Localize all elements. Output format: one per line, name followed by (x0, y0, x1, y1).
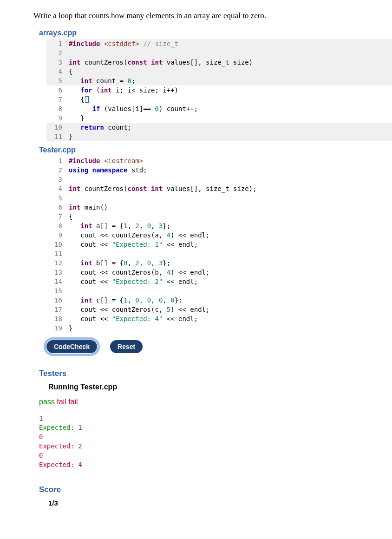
code-line[interactable]: 8 if (values[i]== 0) count++; (46, 104, 392, 113)
filename-arrays: arrays.cpp (39, 29, 392, 37)
line-number: 12 (46, 258, 69, 268)
console-line: Expected: 4 (39, 460, 392, 469)
line-number: 3 (46, 175, 69, 184)
code-text: cout << "Expected: 1" << endl; (69, 240, 392, 249)
console-line: 1 (39, 414, 392, 423)
console-line: 0 (39, 432, 392, 441)
code-line: 18 cout << "Expected: 4" << endl; (46, 314, 392, 323)
line-number: 6 (46, 203, 69, 212)
code-line: 7{ (46, 212, 392, 221)
code-text: #include <iostream> (69, 156, 392, 165)
code-line: 1#include <iostream> (46, 156, 392, 165)
code-line[interactable]: 1#include <cstddef> // size_t (46, 39, 392, 48)
line-number: 8 (46, 104, 69, 113)
test-output: 1Expected: 10Expected: 20Expected: 4 (39, 414, 392, 469)
code-line[interactable]: 4{ (46, 67, 392, 76)
code-line: 15 (46, 286, 392, 296)
code-line[interactable]: 6 for (int i; i< size; i++) (46, 85, 392, 95)
line-number: 4 (46, 67, 69, 76)
code-line[interactable]: 5 int count = 0; (46, 76, 392, 85)
code-text (69, 249, 392, 258)
line-number: 2 (46, 48, 69, 58)
code-text: cout << countZeros(a, 4) << endl; (69, 230, 392, 240)
code-line: 9 cout << countZeros(a, 4) << endl; (46, 230, 392, 240)
line-number: 19 (46, 323, 69, 333)
code-line[interactable]: 3int countZeros(const int values[], size… (46, 58, 392, 67)
code-text: int countZeros(const int values[], size_… (69, 184, 392, 193)
line-number: 5 (46, 193, 69, 203)
code-line[interactable]: 9 } (46, 113, 392, 123)
code-line[interactable]: 7 { (46, 95, 392, 104)
testers-heading: Testers (39, 369, 392, 378)
code-text: } (69, 323, 392, 333)
code-text: #include <cstddef> // size_t (69, 39, 392, 48)
code-line: 3 (46, 175, 392, 184)
test-summary: pass fail fail (39, 398, 392, 406)
line-number: 7 (46, 212, 69, 221)
test-result-badge: fail (57, 398, 66, 406)
line-number: 4 (46, 184, 69, 193)
code-line: 5 (46, 193, 392, 203)
code-text: } (69, 113, 392, 123)
line-number: 8 (46, 221, 69, 230)
line-number: 11 (46, 249, 69, 258)
code-text: int count = 0; (69, 76, 392, 85)
score-heading: Score (39, 485, 392, 494)
code-line[interactable]: 10 return count; (46, 123, 392, 132)
code-text: cout << countZeros(c, 5) << endl; (69, 305, 392, 314)
codecheck-button[interactable]: CodeCheck (46, 340, 97, 353)
code-text: cout << countZeros(b, 4) << endl; (69, 268, 392, 277)
line-number: 1 (46, 39, 69, 48)
code-line: 16 int c[] = {1, 0, 0, 0, 0}; (46, 296, 392, 305)
line-number: 18 (46, 314, 69, 323)
code-text: } (69, 132, 392, 141)
line-number: 9 (46, 113, 69, 123)
code-text: { (69, 95, 392, 104)
code-line: 10 cout << "Expected: 1" << endl; (46, 240, 392, 249)
code-line: 12 int b[] = {0, 2, 0, 3}; (46, 258, 392, 268)
code-editor-arrays[interactable]: 1#include <cstddef> // size_t2 3int coun… (46, 39, 392, 141)
line-number: 3 (46, 58, 69, 67)
code-text: { (69, 67, 392, 76)
code-line: 13 cout << countZeros(b, 4) << endl; (46, 268, 392, 277)
code-line[interactable]: 2 (46, 48, 392, 58)
code-text (69, 48, 392, 58)
line-number: 6 (46, 85, 69, 95)
code-line: 19} (46, 323, 392, 333)
code-text: int main() (69, 203, 392, 212)
code-line: 2using namespace std; (46, 165, 392, 175)
line-number: 11 (46, 132, 69, 141)
line-number: 15 (46, 286, 69, 296)
console-line: Expected: 1 (39, 423, 392, 432)
line-number: 13 (46, 268, 69, 277)
code-text: if (values[i]== 0) count++; (69, 104, 392, 113)
code-line: 4int countZeros(const int values[], size… (46, 184, 392, 193)
reset-button[interactable]: Reset (110, 340, 143, 353)
test-result-badge: fail (68, 398, 78, 406)
code-text: for (int i; i< size; i++) (69, 85, 392, 95)
code-text (69, 286, 392, 296)
code-line: 8 int a[] = {1, 2, 0, 3}; (46, 221, 392, 230)
code-line: 14 cout << "Expected: 2" << endl; (46, 277, 392, 286)
line-number: 17 (46, 305, 69, 314)
code-text (69, 193, 392, 203)
code-line[interactable]: 11} (46, 132, 392, 141)
code-text: using namespace std; (69, 165, 392, 175)
line-number: 10 (46, 123, 69, 132)
code-viewer-tester: 1#include <iostream>2using namespace std… (46, 156, 392, 333)
code-line: 17 cout << countZeros(c, 5) << endl; (46, 305, 392, 314)
line-number: 7 (46, 95, 69, 104)
line-number: 1 (46, 156, 69, 165)
line-number: 16 (46, 296, 69, 305)
code-text: int a[] = {1, 2, 0, 3}; (69, 221, 392, 230)
line-number: 9 (46, 230, 69, 240)
code-text: { (69, 212, 392, 221)
line-number: 5 (46, 76, 69, 85)
code-text: int countZeros(const int values[], size_… (69, 58, 392, 67)
code-text: int b[] = {0, 2, 0, 3}; (69, 258, 392, 268)
filename-tester: Tester.cpp (39, 146, 392, 154)
console-line: Expected: 2 (39, 441, 392, 451)
console-line: 0 (39, 451, 392, 460)
line-number: 14 (46, 277, 69, 286)
test-result-badge: pass (39, 398, 55, 406)
